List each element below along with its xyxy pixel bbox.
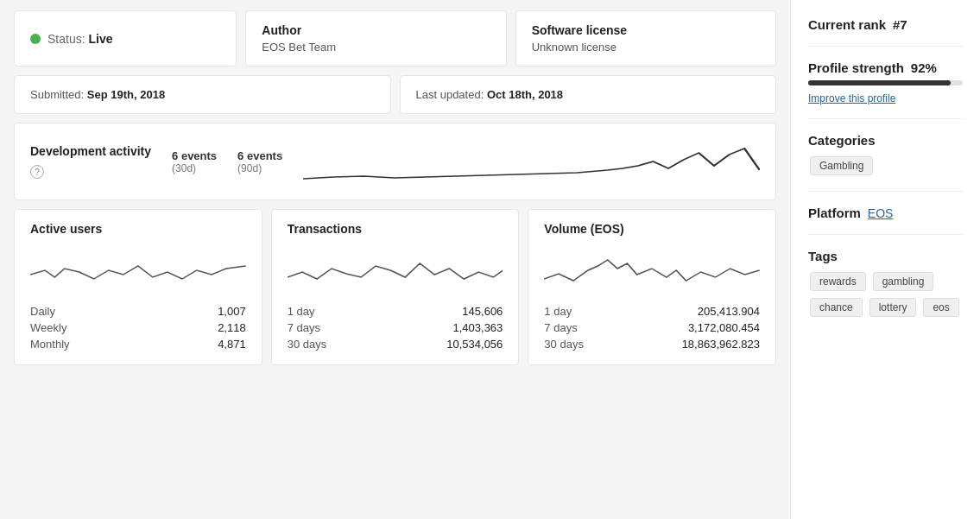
profile-strength-label: Profile strength	[808, 60, 904, 75]
table-row: 30 days 10,534,056	[288, 336, 503, 352]
platform-label: Platform	[808, 206, 861, 220]
tags-label: Tags	[808, 249, 963, 263]
sidebar: Current rank #7 Profile strength 92% Imp…	[790, 0, 980, 519]
license-card: Software license Unknown license	[515, 10, 776, 66]
help-icon[interactable]: ?	[30, 165, 44, 179]
tag-chance[interactable]: chance	[810, 298, 863, 317]
improve-profile-link[interactable]: Improve this profile	[808, 92, 895, 104]
tags-list: rewards gambling chance lottery eos	[808, 270, 963, 319]
current-rank-label: Current rank	[808, 17, 886, 32]
table-row: Weekly 2,118	[30, 320, 246, 336]
active-users-card: Active users Daily 1,007 Weekly 2,118 Mo…	[14, 209, 262, 365]
transactions-title: Transactions	[288, 222, 503, 236]
license-title: Software license	[532, 23, 760, 37]
volume-card: Volume (EOS) 1 day 205,413.904 7 days 3,…	[528, 209, 776, 365]
status-dot	[30, 34, 41, 44]
last-updated-card: Last updated: Oct 18th, 2018	[400, 75, 777, 114]
volume-title: Volume (EOS)	[544, 222, 760, 236]
volume-table: 1 day 205,413.904 7 days 3,172,080.454 3…	[544, 303, 760, 352]
transactions-table: 1 day 145,606 7 days 1,403,363 30 days 1…	[288, 303, 503, 352]
categories-list: Gambling	[808, 155, 963, 177]
tag-lottery[interactable]: lottery	[869, 298, 917, 317]
platform-value[interactable]: EOS	[868, 206, 894, 220]
current-rank-value: #7	[893, 17, 907, 32]
events-90d: 6 events (90d)	[237, 149, 282, 174]
stats-row: Active users Daily 1,007 Weekly 2,118 Mo…	[14, 209, 776, 365]
dev-activity-card: Development activity ? 6 events (30d) 6 …	[14, 123, 776, 200]
author-card: Author EOS Bet Team	[245, 10, 506, 66]
tags-section: Tags rewards gambling chance lottery eos	[808, 249, 963, 332]
active-users-chart	[30, 244, 246, 292]
status-card: Status: Live	[14, 10, 237, 66]
submitted-card: Submitted: Sep 19th, 2018	[14, 75, 391, 114]
tag-rewards[interactable]: rewards	[810, 272, 866, 291]
table-row: 7 days 3,172,080.454	[544, 320, 760, 336]
active-users-title: Active users	[30, 222, 246, 236]
dev-activity-chart	[303, 136, 760, 187]
current-rank-section: Current rank #7	[808, 17, 963, 47]
tag-gambling[interactable]: gambling	[873, 272, 934, 291]
transactions-card: Transactions 1 day 145,606 7 days 1,403,…	[271, 209, 520, 365]
status-text: Status: Live	[47, 32, 113, 46]
active-users-table: Daily 1,007 Weekly 2,118 Monthly 4,871	[30, 303, 246, 352]
table-row: 1 day 205,413.904	[544, 303, 760, 320]
top-info-row: Status: Live Author EOS Bet Team Softwar…	[14, 10, 776, 66]
profile-strength-pct: 92%	[911, 60, 937, 75]
table-row: 1 day 145,606	[288, 303, 503, 320]
category-tag[interactable]: Gambling	[810, 156, 873, 175]
dates-row: Submitted: Sep 19th, 2018 Last updated: …	[14, 75, 776, 114]
license-value: Unknown license	[532, 41, 760, 54]
events-30d: 6 events (30d)	[172, 149, 217, 174]
profile-strength-section: Profile strength 92% Improve this profil…	[808, 60, 963, 119]
table-row: Monthly 4,871	[30, 336, 246, 352]
volume-chart	[544, 244, 760, 292]
table-row: 7 days 1,403,363	[288, 320, 503, 336]
progress-bar-fill	[808, 80, 951, 85]
platform-section: Platform EOS	[808, 206, 963, 235]
tag-eos[interactable]: eos	[923, 298, 958, 317]
categories-section: Categories Gambling	[808, 133, 963, 192]
table-row: Daily 1,007	[30, 303, 246, 320]
progress-bar-bg	[808, 80, 963, 85]
transactions-chart	[288, 244, 503, 292]
table-row: 30 days 18,863,962.823	[544, 336, 760, 352]
author-title: Author	[262, 23, 490, 37]
author-value: EOS Bet Team	[262, 41, 490, 54]
dev-activity-title: Development activity	[30, 144, 151, 158]
categories-label: Categories	[808, 133, 963, 148]
